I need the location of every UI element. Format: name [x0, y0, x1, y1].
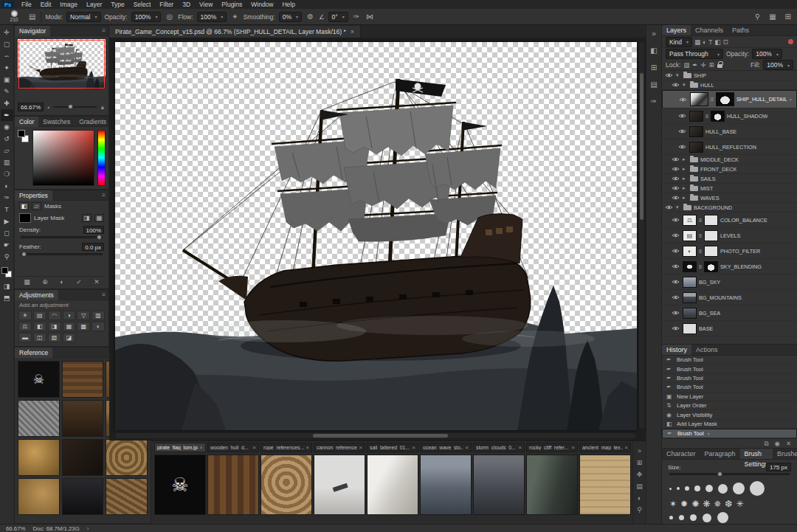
brush-tip-texture[interactable]: ✵	[714, 499, 721, 509]
history-step-brush-tool[interactable]: ✒Brush Tool	[662, 383, 797, 392]
swatches-panel-icon[interactable]: ⊞	[651, 63, 657, 72]
scrollbar-thumb[interactable]	[640, 73, 644, 220]
visibility-eye-icon[interactable]	[671, 195, 680, 201]
layer-row-sails[interactable]: ▸SAILS	[662, 174, 797, 184]
reference-thumb-chainmail[interactable]	[18, 400, 60, 437]
close-icon[interactable]: ×	[518, 444, 522, 451]
layer-row-sky-blending[interactable]: 8SKY_BLENDING	[662, 259, 797, 274]
tab-paths[interactable]: Paths	[728, 25, 753, 35]
arrange-documents-icon[interactable]: ▦	[767, 13, 777, 21]
brush-tip-dot[interactable]	[718, 484, 728, 494]
tab-channels[interactable]: Channels	[691, 25, 728, 35]
layer-row-bg-sea[interactable]: BG_SEA	[662, 305, 797, 321]
screen-mode-button[interactable]: ⬒	[1, 292, 13, 304]
filter-pixel-icon[interactable]: ▦	[694, 38, 700, 46]
filmstrip-tab-rope-references-[interactable]: rope_references...×	[261, 443, 312, 452]
close-icon[interactable]: ×	[359, 444, 362, 451]
search-icon[interactable]: ⚲	[753, 13, 762, 21]
adjustment-levels[interactable]: ▤	[33, 311, 46, 320]
dodge-tool[interactable]: ◐	[1, 180, 13, 192]
adjustment-selective-color[interactable]: ◪	[63, 333, 76, 342]
visibility-eye-icon[interactable]	[671, 294, 680, 300]
close-icon[interactable]: ×	[412, 444, 415, 451]
size-value[interactable]: 175 px	[766, 463, 791, 471]
fs-collapse-icon[interactable]: »	[638, 447, 641, 455]
brush-tip-dot[interactable]	[703, 514, 711, 522]
layer-row-bg-mountains[interactable]: BG_MOUNTAINS	[662, 290, 797, 305]
menu-item-file[interactable]: File	[17, 0, 36, 9]
layer-blend-mode-select[interactable]: Pass Through	[666, 49, 723, 59]
workspace-switcher-icon[interactable]: ⊞	[784, 13, 793, 21]
scrollbar-thumb[interactable]	[313, 434, 448, 438]
reference-thumb-wood-planks[interactable]	[62, 361, 104, 398]
blur-tool[interactable]: ❍	[1, 168, 13, 180]
visibility-eye-icon[interactable]	[671, 156, 680, 162]
delete-state-icon[interactable]: ✕	[786, 440, 791, 447]
brush-tip-dot[interactable]	[679, 515, 684, 520]
expand-arrow-icon[interactable]: ▸	[683, 176, 688, 182]
foreground-color-swatch[interactable]	[18, 130, 25, 137]
menu-item-select[interactable]: Select	[129, 0, 156, 9]
tab-adjustments[interactable]: Adjustments	[15, 290, 58, 300]
reference-thumb-rope-coil[interactable]	[106, 439, 148, 476]
brush-tip-dot[interactable]	[669, 488, 672, 490]
filmstrip-thumb-flag[interactable]: ☠	[154, 455, 206, 515]
lock-artboard-icon[interactable]: ⊞	[709, 61, 714, 69]
menu-item-filter[interactable]: Filter	[155, 0, 178, 9]
layer-row-mist[interactable]: ▸MIST	[662, 184, 797, 193]
visibility-eye-icon[interactable]	[671, 263, 680, 269]
brush-tip-dot[interactable]	[694, 486, 700, 491]
density-value[interactable]: 100%	[83, 226, 104, 234]
brush-tool[interactable]: ✒	[1, 109, 13, 121]
adjustment-threshold[interactable]: ◫	[33, 333, 46, 342]
close-icon[interactable]: ×	[624, 444, 628, 451]
adjustment-color-balance[interactable]: ⚖	[18, 322, 32, 331]
mode-select[interactable]: Normal	[66, 12, 100, 22]
adjustment-posterize[interactable]: ▬	[18, 333, 32, 342]
brush-tip-texture[interactable]: ✳	[736, 499, 743, 509]
menu-item-3d[interactable]: 3D	[178, 0, 195, 9]
close-icon[interactable]: ×	[351, 28, 354, 35]
density-slider[interactable]	[21, 236, 103, 238]
layer-row-hull[interactable]: ▾HULL	[662, 80, 797, 90]
close-icon[interactable]: ×	[252, 444, 256, 451]
zoom-tool[interactable]: ⚲	[1, 251, 13, 263]
brush-tip-dot[interactable]	[750, 481, 765, 496]
lock-position-icon[interactable]: ✛	[700, 61, 705, 69]
history-step-brush-tool[interactable]: ✒Brush Tool	[662, 365, 797, 373]
panel-menu-icon[interactable]: ≡	[99, 27, 108, 34]
invert-mask-icon[interactable]: ◐	[60, 278, 63, 286]
fs-grid-icon[interactable]: ⊞	[637, 459, 643, 466]
visibility-eye-icon[interactable]	[678, 97, 688, 103]
menu-item-window[interactable]: Window	[246, 0, 277, 9]
history-step-brush-tool[interactable]: ✒Brush Tool	[662, 374, 797, 383]
menu-item-view[interactable]: View	[195, 0, 217, 9]
feather-value[interactable]: 0.0 px	[82, 243, 104, 251]
history-step-brush-tool[interactable]: ✒Brush Tool	[662, 356, 797, 365]
brush-tip-texture[interactable]: ✹	[680, 499, 688, 509]
history-step-new-layer[interactable]: ▣New Layer	[662, 393, 797, 401]
navigator-zoom-field[interactable]: 66.67%	[18, 103, 44, 111]
layer-row-waves[interactable]: ▸WAVES	[662, 193, 797, 203]
filmstrip-thumb-ocean[interactable]	[420, 455, 472, 515]
menu-item-plugins[interactable]: Plugins	[217, 0, 246, 9]
brush-tip-texture[interactable]: ✶	[669, 499, 677, 509]
menu-item-help[interactable]: Help	[277, 0, 299, 9]
brush-tip-dot[interactable]	[669, 516, 673, 519]
flow-select[interactable]: 100%	[197, 12, 227, 22]
tab-paragraph[interactable]: Paragraph	[700, 449, 740, 459]
layer-row-background[interactable]: ▾BACKGROUND	[662, 203, 797, 213]
filter-shape-icon[interactable]: ◧	[714, 38, 720, 46]
reference-thumb-skull-flag[interactable]: ☠	[18, 361, 60, 398]
mask-edge-icon[interactable]: ▦	[24, 278, 30, 286]
filmstrip-tab-cannon-reference-[interactable]: cannon_reference...×	[314, 443, 365, 452]
fs-adjust-icon[interactable]: ◐	[638, 494, 641, 502]
tab-character[interactable]: Character	[662, 449, 700, 459]
smoothing-select[interactable]: 0%	[279, 12, 302, 22]
adjustment-black-white[interactable]: ◧	[33, 322, 46, 331]
filmstrip-thumb-cliff[interactable]	[526, 455, 578, 515]
quick-select-tool[interactable]: ✦	[1, 62, 13, 74]
history-step-add-layer-mask[interactable]: ◧Add Layer Mask	[662, 420, 797, 429]
density-knob[interactable]	[97, 235, 102, 240]
expand-arrow-icon[interactable]: ▾	[683, 82, 688, 88]
